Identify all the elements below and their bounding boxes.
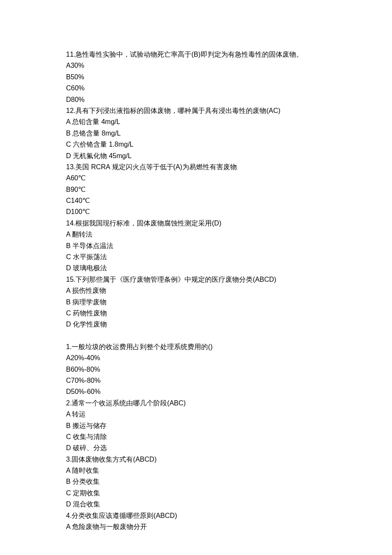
question-option: B60%-80% <box>66 364 326 375</box>
question-option: C 定期收集 <box>66 488 326 499</box>
question-stem: 13.美国 RCRA 规定闪火点等于低于(A)为易燃性有害废物 <box>66 162 326 173</box>
question-option: A 翻转法 <box>66 229 326 240</box>
question-option: C 收集与清除 <box>66 431 326 442</box>
question-option: D 破碎、分选 <box>66 442 326 454</box>
question-4: 4.分类收集应该遵循哪些原则(ABCD) A 危险废物与一般废物分开 <box>66 510 326 533</box>
question-1: 1.一般垃圾的收运费用占到整个处理系统费用的() A20%-40% B60%-8… <box>66 341 326 398</box>
question-option: B90℃ <box>66 184 326 195</box>
question-stem: 3.固体废物收集方式有(ABCD) <box>66 454 326 465</box>
question-14: 14.根据我国现行标准，固体废物腐蚀性测定采用(D) A 翻转法 B 半导体点温… <box>66 218 326 274</box>
question-option: D 化学性废物 <box>66 319 326 330</box>
question-stem: 2.通常一个收运系统由哪几个阶段(ABC) <box>66 398 326 409</box>
question-option: B 病理学废物 <box>66 297 326 308</box>
question-stem: 11.急性毒性实验中，试验动物死亡率高于(B)即判定为有急性毒性的固体废物。 <box>66 49 326 60</box>
question-option: D50%-60% <box>66 386 326 397</box>
question-option: D100℃ <box>66 206 326 217</box>
question-stem: 14.根据我国现行标准，固体废物腐蚀性测定采用(D) <box>66 218 326 229</box>
question-option: B 分类收集 <box>66 476 326 487</box>
question-12: 12.具有下列浸出液指标的固体废物，哪种属于具有浸出毒性的废物(AC) A 总铅… <box>66 105 326 162</box>
question-option: B50% <box>66 72 326 83</box>
question-option: C140℃ <box>66 195 326 206</box>
question-option: B 总铬含量 8mg/L <box>66 128 326 139</box>
question-option: A 转运 <box>66 409 326 420</box>
question-15: 15.下列那些属于《医疗废物管理条例》中规定的医疗废物分类(ABCD) A 损伤… <box>66 274 326 330</box>
question-option: A20%-40% <box>66 353 326 364</box>
question-option: D 混合收集 <box>66 499 326 510</box>
question-option: A 随时收集 <box>66 465 326 476</box>
question-13: 13.美国 RCRA 规定闪火点等于低于(A)为易燃性有害废物 A60℃ B90… <box>66 162 326 218</box>
question-option: D80% <box>66 94 326 105</box>
question-option: A30% <box>66 60 326 71</box>
question-option: C 水平振荡法 <box>66 251 326 263</box>
question-option: C70%-80% <box>66 375 326 386</box>
question-2: 2.通常一个收运系统由哪几个阶段(ABC) A 转运 B 搬运与储存 C 收集与… <box>66 398 326 454</box>
question-11: 11.急性毒性实验中，试验动物死亡率高于(B)即判定为有急性毒性的固体废物。 A… <box>66 49 326 105</box>
question-option: B 搬运与储存 <box>66 420 326 431</box>
question-stem: 15.下列那些属于《医疗废物管理条例》中规定的医疗废物分类(ABCD) <box>66 274 326 285</box>
question-option: C60% <box>66 83 326 94</box>
question-stem: 12.具有下列浸出液指标的固体废物，哪种属于具有浸出毒性的废物(AC) <box>66 105 326 116</box>
question-option: B 半导体点温法 <box>66 240 326 251</box>
question-option: C 药物性废物 <box>66 308 326 319</box>
question-option: A 总铅含量 4mg/L <box>66 116 326 127</box>
section-divider <box>66 330 326 341</box>
question-option: A60℃ <box>66 173 326 184</box>
question-option: D 无机氟化物 45mg/L <box>66 150 326 162</box>
question-option: A 损伤性废物 <box>66 285 326 296</box>
question-3: 3.固体废物收集方式有(ABCD) A 随时收集 B 分类收集 C 定期收集 D… <box>66 454 326 510</box>
question-option: A 危险废物与一般废物分开 <box>66 521 326 532</box>
question-option: D 玻璃电极法 <box>66 263 326 274</box>
question-option: C 六价铬含量 1.8mg/L <box>66 139 326 150</box>
question-stem: 1.一般垃圾的收运费用占到整个处理系统费用的() <box>66 341 326 353</box>
question-stem: 4.分类收集应该遵循哪些原则(ABCD) <box>66 510 326 521</box>
